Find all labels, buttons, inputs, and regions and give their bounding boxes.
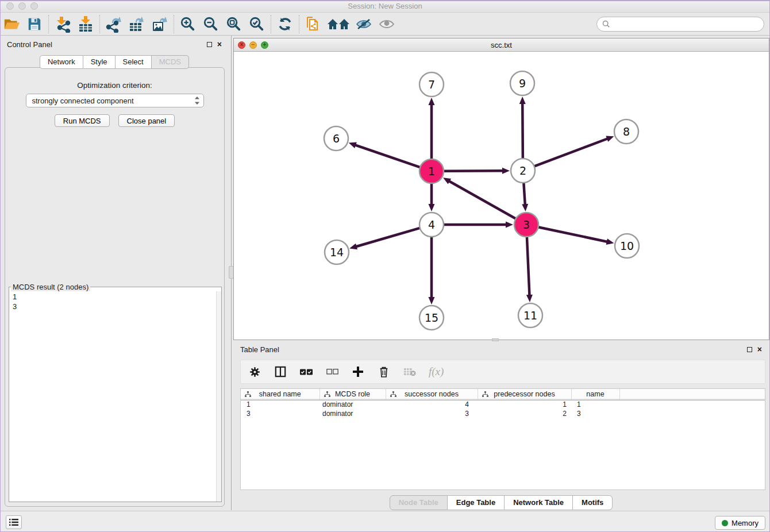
graph-edge-1-2[interactable]	[444, 171, 503, 171]
graph-edge-3-1[interactable]	[449, 181, 515, 219]
duplicate-network-icon	[305, 16, 322, 33]
hierarchy-icon	[245, 391, 251, 398]
export-image-button[interactable]	[148, 14, 171, 34]
hierarchy-icon	[324, 391, 330, 398]
table-toolbar: f(x)	[240, 360, 765, 384]
mcds-result-title: MCDS result (2 nodes)	[11, 283, 90, 291]
graph-node-label-2: 2	[519, 164, 526, 177]
add-column-button[interactable]	[351, 365, 365, 379]
tab-motifs[interactable]: Motifs	[573, 495, 613, 510]
save-session-button[interactable]	[23, 14, 46, 34]
export-network-button[interactable]	[102, 14, 125, 34]
search-field[interactable]	[596, 17, 764, 32]
graph-arrowhead	[526, 295, 533, 302]
float-table-panel-icon[interactable]	[747, 347, 752, 352]
eye-icon	[378, 17, 395, 32]
select-all-rows-button[interactable]	[299, 365, 313, 379]
export-table-icon	[128, 16, 145, 33]
tab-select[interactable]: Select	[116, 55, 152, 69]
optimization-criterion-select[interactable]: strongly connected component	[26, 94, 204, 107]
deselect-all-rows-button[interactable]	[325, 365, 339, 379]
toolbar-separator	[99, 15, 100, 33]
zoom-fit-icon	[226, 16, 242, 32]
table-panel-title: Table Panel	[240, 345, 279, 354]
mcds-result-box: MCDS result (2 nodes) 1 3	[9, 283, 222, 502]
network-graph[interactable]: 7968124314101511	[234, 52, 769, 340]
column-header-shared-name[interactable]: shared name	[241, 389, 319, 400]
delete-column-button[interactable]	[377, 365, 391, 379]
zoom-fit-button[interactable]	[222, 14, 245, 34]
graph-arrowhead	[519, 97, 526, 104]
table-header-row: shared name MCDS role successor nodes pr…	[241, 389, 765, 400]
float-panel-icon[interactable]	[207, 42, 212, 47]
graph-node-label-15: 15	[425, 311, 438, 324]
tab-edge-table[interactable]: Edge Table	[448, 495, 505, 510]
graph-edge-2-9[interactable]	[522, 103, 523, 158]
export-image-icon	[151, 16, 168, 33]
network-close-button[interactable]: ×	[238, 41, 245, 49]
tab-node-table[interactable]: Node Table	[390, 495, 448, 510]
graph-edge-4-14[interactable]	[356, 228, 419, 246]
graph-arrowhead	[506, 222, 513, 228]
network-window-title: scc.txt	[234, 41, 769, 49]
zoom-selected-icon	[249, 16, 265, 32]
plus-icon	[352, 366, 364, 377]
zoom-selected-button[interactable]	[245, 14, 268, 34]
eye-slash-icon	[355, 17, 372, 32]
hide-selected-button[interactable]	[352, 14, 375, 34]
tab-mcds[interactable]: MCDS	[152, 55, 189, 69]
result-scrollbar[interactable]	[216, 291, 221, 502]
home-view-button[interactable]	[325, 14, 352, 34]
tab-network[interactable]: Network	[40, 55, 83, 69]
network-maximize-button[interactable]: +	[261, 41, 268, 49]
refresh-view-button[interactable]	[274, 14, 297, 34]
memory-button[interactable]: Memory	[715, 516, 765, 530]
graph-node-label-9: 9	[519, 77, 526, 90]
task-history-button[interactable]	[6, 515, 22, 529]
search-input[interactable]	[610, 20, 764, 29]
column-header-successor-nodes[interactable]: successor nodes	[386, 389, 478, 400]
column-header-predecessor-nodes[interactable]: predecessor nodes	[478, 389, 571, 400]
toolbar-separator	[299, 15, 299, 33]
export-table-button[interactable]	[125, 14, 148, 34]
table-row[interactable]: 3 dominator 3 2 3	[241, 409, 765, 418]
table-row[interactable]: 1 dominator 4 1 1	[241, 400, 765, 409]
table-settings-button[interactable]	[248, 365, 261, 379]
delete-table-button[interactable]	[403, 365, 417, 379]
open-folder-icon	[3, 17, 20, 32]
graph-arrowhead	[606, 238, 614, 245]
show-columns-button[interactable]	[274, 365, 287, 379]
graph-edge-1-6[interactable]	[355, 145, 419, 167]
import-table-button[interactable]	[74, 14, 97, 34]
close-panel-button[interactable]: Close panel	[118, 114, 175, 127]
graph-node-label-1: 1	[428, 165, 435, 178]
column-header-mcds-role[interactable]: MCDS role	[319, 389, 386, 400]
zoom-out-button[interactable]	[199, 14, 222, 34]
tab-style[interactable]: Style	[83, 55, 116, 69]
import-network-button[interactable]	[51, 14, 74, 34]
graph-edge-2-3[interactable]	[523, 183, 525, 205]
optimization-criterion-value: strongly connected component	[32, 97, 134, 105]
network-minimize-button[interactable]: −	[249, 41, 257, 49]
duplicate-network-button[interactable]	[302, 14, 325, 34]
run-mcds-button[interactable]: Run MCDS	[55, 114, 110, 127]
graph-edge-3-11[interactable]	[527, 237, 530, 296]
open-file-button[interactable]	[0, 14, 23, 34]
function-builder-button[interactable]: f(x)	[429, 365, 444, 378]
zoom-in-button[interactable]	[176, 14, 199, 34]
titlebar: Session: New Session	[0, 0, 770, 13]
tab-network-table[interactable]: Network Table	[505, 495, 573, 510]
search-icon	[602, 20, 610, 28]
close-table-panel-icon[interactable]: ×	[757, 346, 762, 352]
graph-node-label-7: 7	[428, 78, 435, 91]
network-resize-handle[interactable]	[492, 338, 499, 341]
refresh-icon	[277, 16, 293, 32]
column-header-filler	[619, 389, 765, 400]
close-panel-icon[interactable]: ×	[217, 41, 222, 47]
graph-edge-3-10[interactable]	[539, 228, 608, 242]
show-all-button[interactable]	[375, 14, 398, 34]
graph-edge-2-8[interactable]	[535, 138, 609, 166]
graph-node-label-6: 6	[333, 132, 340, 145]
control-panel-tabs: Network Style Select MCDS	[0, 55, 229, 69]
column-header-name[interactable]: name	[571, 389, 619, 400]
